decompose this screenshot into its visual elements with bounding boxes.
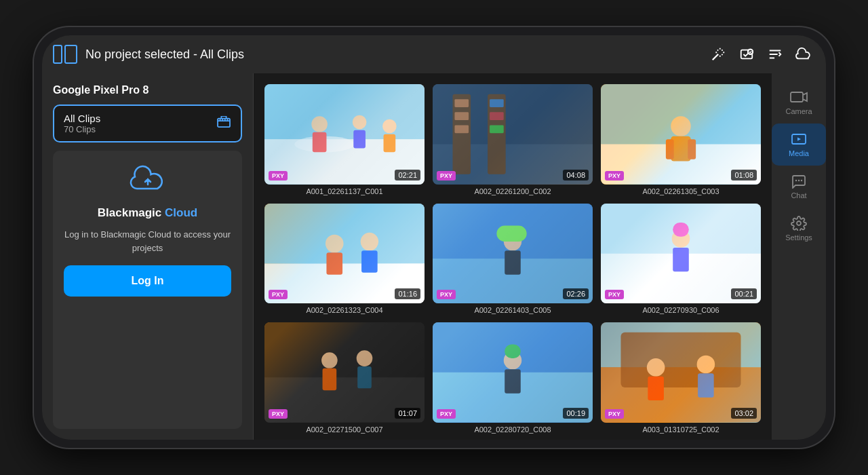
top-bar-actions [707, 43, 815, 66]
clip-name: A002_02280720_C008 [433, 425, 593, 434]
svg-point-69 [697, 356, 715, 374]
all-clips-label: All Clips [64, 113, 100, 124]
clip-name: A002_02270930_C006 [601, 306, 761, 314]
svg-rect-68 [648, 377, 664, 400]
clip-duration: 01:16 [395, 288, 420, 299]
sidebar-label-settings: Settings [785, 233, 812, 242]
pxy-badge: PXY [437, 171, 456, 180]
clip-duration: 02:26 [563, 288, 589, 299]
svg-point-15 [311, 116, 328, 132]
pxy-badge: PXY [269, 409, 288, 419]
clip-name: A001_02261137_C001 [264, 187, 425, 195]
clip-item[interactable]: PXY 00:21 A002_02270930_C006 [601, 204, 761, 315]
svg-point-55 [321, 352, 338, 368]
clip-name: A002_02261200_C002 [433, 187, 593, 195]
clip-thumbnail: PXY 02:21 [264, 84, 425, 185]
svg-rect-18 [353, 130, 366, 149]
right-sidebar: Camera Media Chat Settings [772, 73, 826, 440]
svg-rect-56 [323, 368, 337, 390]
svg-point-41 [361, 232, 379, 250]
svg-rect-52 [673, 247, 689, 271]
clip-thumbnail: PXY 00:19 [433, 322, 593, 423]
svg-rect-46 [496, 225, 526, 242]
sidebar-label-chat: Chat [791, 191, 806, 200]
svg-rect-66 [621, 332, 741, 387]
sidebar-label-media: Media [789, 149, 809, 157]
svg-rect-40 [326, 252, 342, 274]
page-title: No project selected - All Clips [85, 48, 698, 62]
svg-rect-51 [673, 223, 689, 237]
clip-item[interactable]: PXY 01:07 A002_02271500_C007 [264, 322, 425, 434]
clip-item[interactable]: PXY 00:19 A002_02280720_C008 [433, 322, 593, 434]
clip-duration: 00:21 [731, 288, 757, 299]
svg-rect-70 [698, 373, 714, 397]
pxy-badge: PXY [605, 409, 624, 419]
clip-name: A002_02271500_C007 [264, 425, 425, 434]
svg-rect-62 [505, 344, 521, 358]
svg-point-57 [357, 350, 373, 366]
svg-rect-25 [454, 112, 469, 120]
clip-thumbnail: PXY 01:07 [264, 322, 425, 423]
clip-item[interactable]: PXY 02:26 A002_02261403_C005 [433, 204, 593, 315]
clip-item[interactable]: PXY 03:02 A003_01310725_C002 [601, 322, 761, 434]
phone-screen: No project selected - All Clips [42, 35, 826, 440]
svg-rect-29 [490, 112, 504, 120]
video-clip-icon [216, 116, 231, 132]
sidebar-item-chat[interactable]: Chat [772, 166, 826, 208]
camera-icon [790, 90, 808, 104]
cloud-upload-icon[interactable] [792, 43, 815, 66]
check-badge-icon[interactable] [735, 43, 758, 66]
svg-marker-73 [797, 138, 801, 141]
clip-thumbnail: PXY 02:26 [433, 204, 593, 304]
clip-thumbnail: PXY 01:16 [264, 204, 425, 304]
clip-duration: 04:08 [563, 170, 589, 180]
svg-point-19 [382, 119, 397, 134]
pxy-badge: PXY [269, 171, 288, 180]
main-content: Google Pixel Pro 8 All Clips 70 Clips [42, 73, 826, 440]
clip-name: A002_02261305_C003 [601, 187, 761, 195]
svg-rect-20 [384, 134, 396, 153]
sidebar-item-media[interactable]: Media [772, 124, 826, 166]
all-clips-item[interactable]: All Clips 70 Clips [53, 104, 242, 142]
svg-rect-16 [313, 132, 327, 153]
clip-thumbnail: PXY 03:02 [601, 322, 761, 423]
cloud-description: Log in to Blackmagic Cloud to access you… [64, 228, 231, 254]
sidebar-item-camera[interactable]: Camera [772, 81, 826, 124]
clip-item[interactable]: PXY 01:16 A002_02261323_C004 [264, 204, 425, 315]
clip-item[interactable]: PXY 02:21 A001_02261137_C001 [264, 84, 425, 195]
svg-point-17 [353, 115, 367, 130]
clip-name: A002_02261323_C004 [264, 306, 425, 314]
sidebar-item-settings[interactable]: Settings [772, 208, 826, 250]
media-grid: PXY 02:21 A001_02261137_C001 PXY 04:08 A… [254, 73, 772, 440]
clip-duration: 03:02 [731, 408, 757, 419]
svg-rect-36 [688, 139, 696, 159]
svg-point-77 [797, 221, 801, 225]
svg-rect-35 [666, 139, 674, 159]
sort-icon[interactable] [764, 43, 787, 66]
svg-point-67 [647, 358, 665, 377]
svg-rect-26 [454, 125, 469, 133]
sidebar-label-camera: Camera [785, 107, 812, 115]
pxy-badge: PXY [605, 171, 624, 180]
cloud-icon [129, 164, 167, 198]
all-clips-count: 70 Clips [64, 124, 100, 134]
clip-item[interactable]: PXY 04:08 A002_02261200_C002 [433, 84, 593, 195]
pxy-badge: PXY [437, 409, 456, 419]
svg-rect-37 [264, 204, 425, 264]
clip-duration: 00:19 [563, 408, 589, 419]
svg-rect-42 [361, 250, 378, 272]
clip-name: A003_01310725_C002 [601, 425, 761, 434]
svg-rect-71 [791, 92, 803, 102]
clip-item[interactable]: PXY 01:08 A002_02261305_C003 [601, 84, 761, 195]
magic-wand-icon[interactable] [707, 43, 730, 66]
login-button[interactable]: Log In [64, 265, 231, 297]
cloud-section: Blackmagic Cloud Log in to Blackmagic Cl… [53, 151, 242, 429]
chat-icon [791, 174, 807, 189]
layout-toggle-button[interactable] [53, 45, 77, 64]
svg-rect-24 [454, 99, 469, 107]
clip-name: A002_02261403_C005 [433, 306, 593, 314]
left-panel: Google Pixel Pro 8 All Clips 70 Clips [42, 73, 254, 440]
phone-device: No project selected - All Clips [34, 27, 834, 448]
blackmagic-cloud-title: Blackmagic Cloud [98, 206, 197, 220]
svg-rect-28 [490, 99, 504, 107]
